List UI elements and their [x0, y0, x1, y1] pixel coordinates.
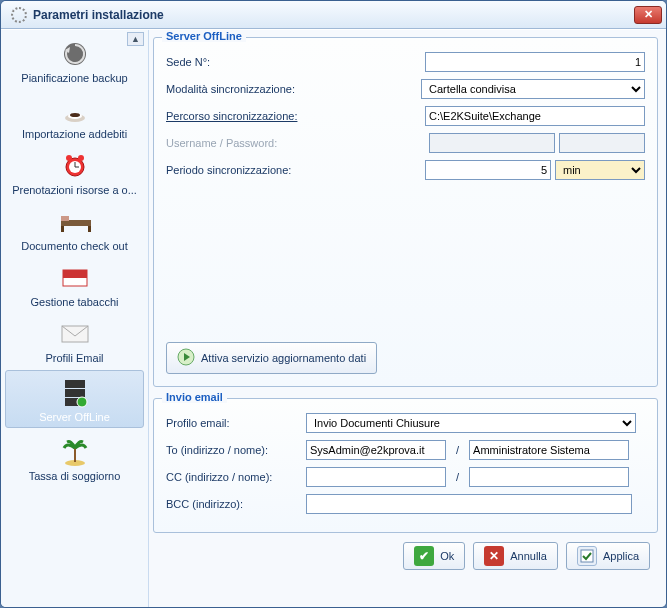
close-icon: ✕ [644, 8, 653, 21]
footer: ✔ Ok ✕ Annulla Applica [153, 536, 658, 576]
titlebar: Parametri installazione ✕ [1, 1, 666, 29]
row-profile: Profilo email: Invio Documenti Chiusure [166, 412, 645, 434]
refresh-icon [59, 38, 91, 70]
cc-address-input[interactable] [306, 467, 446, 487]
sidebar-item-label: Importazione addebiti [3, 128, 146, 140]
row-cred: Username / Password: [166, 132, 645, 154]
svg-rect-12 [61, 216, 69, 221]
label-cred: Username / Password: [166, 137, 326, 149]
row-bcc: BCC (indirizzo): [166, 493, 645, 515]
sidebar-item-label: Profili Email [3, 352, 146, 364]
period-unit-select[interactable]: min [555, 160, 645, 180]
invio-email-group: Invio email Profilo email: Invio Documen… [153, 398, 658, 533]
coffee-icon [59, 94, 91, 126]
bed-icon [59, 206, 91, 238]
activate-service-button[interactable]: Attiva servizio aggiornamento dati [166, 342, 377, 374]
row-mode: Modalità sincronizzazione: Cartella cond… [166, 78, 645, 100]
bcc-input[interactable] [306, 494, 632, 514]
cc-name-input[interactable] [469, 467, 629, 487]
window-title: Parametri installazione [33, 8, 634, 22]
label-cc: CC (indirizzo / nome): [166, 471, 306, 483]
ok-button[interactable]: ✔ Ok [403, 542, 465, 570]
mode-select[interactable]: Cartella condivisa [421, 79, 645, 99]
alarm-icon [59, 150, 91, 182]
to-name-input[interactable] [469, 440, 629, 460]
label-bcc: BCC (indirizzo): [166, 498, 306, 510]
sede-input[interactable] [425, 52, 645, 72]
x-icon: ✕ [484, 546, 504, 566]
username-input [429, 133, 555, 153]
ok-label: Ok [440, 550, 454, 562]
sidebar-item-backup[interactable]: Pianificazione backup [1, 32, 148, 88]
svg-rect-16 [63, 270, 87, 278]
sidebar-item-label: Server OffLine [8, 411, 141, 423]
check-icon: ✔ [414, 546, 434, 566]
row-cc: CC (indirizzo / nome): / [166, 466, 645, 488]
activate-service-label: Attiva servizio aggiornamento dati [201, 352, 366, 364]
body: ▲ Pianificazione backup Importazione add… [1, 29, 666, 607]
svg-rect-18 [65, 380, 85, 388]
sidebar-item-label: Prenotazioni risorse a o... [3, 184, 146, 196]
password-input [559, 133, 645, 153]
palm-icon [59, 436, 91, 468]
sidebar: ▲ Pianificazione backup Importazione add… [1, 30, 149, 607]
svg-rect-19 [65, 389, 85, 397]
sidebar-item-label: Gestione tabacchi [3, 296, 146, 308]
server-offline-group: Server OffLine Sede N°: Modalità sincron… [153, 37, 658, 387]
sidebar-item-label: Tassa di soggiorno [3, 470, 146, 482]
sidebar-item-prenotazioni[interactable]: Prenotazioni risorse a o... [1, 144, 148, 200]
period-value-input[interactable] [425, 160, 551, 180]
sidebar-item-email[interactable]: Profili Email [1, 312, 148, 368]
sidebar-item-checkout[interactable]: Documento check out [1, 200, 148, 256]
row-sede: Sede N°: [166, 51, 645, 73]
profile-select[interactable]: Invio Documenti Chiusure [306, 413, 636, 433]
play-icon [177, 348, 195, 368]
content: Server OffLine Sede N°: Modalità sincron… [149, 30, 666, 607]
group-legend: Invio email [162, 391, 227, 403]
app-icon [11, 7, 27, 23]
sidebar-item-label: Pianificazione backup [3, 72, 146, 84]
cigarette-icon [59, 262, 91, 294]
svg-rect-14 [88, 226, 91, 232]
sidebar-item-tabacchi[interactable]: Gestione tabacchi [1, 256, 148, 312]
row-path: Percorso sincronizzazione: [166, 105, 645, 127]
path-input[interactable] [425, 106, 645, 126]
cancel-button[interactable]: ✕ Annulla [473, 542, 558, 570]
envelope-icon [59, 318, 91, 350]
app-window: Parametri installazione ✕ ▲ Pianificazio… [0, 0, 667, 608]
sidebar-item-label: Documento check out [3, 240, 146, 252]
svg-point-21 [77, 397, 87, 407]
group-legend: Server OffLine [162, 30, 246, 42]
close-button[interactable]: ✕ [634, 6, 662, 24]
sidebar-item-tassa[interactable]: Tassa di soggiorno [1, 430, 148, 486]
sidebar-scroll-up[interactable]: ▲ [127, 32, 144, 46]
apply-icon [577, 546, 597, 566]
svg-point-0 [64, 43, 86, 65]
label-mode: Modalità sincronizzazione: [166, 83, 326, 95]
sidebar-item-server-offline[interactable]: Server OffLine [5, 370, 144, 428]
slash-separator: / [456, 444, 459, 456]
apply-label: Applica [603, 550, 639, 562]
svg-point-4 [70, 113, 80, 117]
svg-point-10 [78, 155, 84, 161]
svg-rect-23 [74, 448, 76, 462]
row-period: Periodo sincronizzazione: min [166, 159, 645, 181]
label-profile: Profilo email: [166, 417, 306, 429]
label-sede: Sede N°: [166, 56, 326, 68]
label-period: Periodo sincronizzazione: [166, 164, 326, 176]
label-path-link[interactable]: Percorso sincronizzazione: [166, 110, 326, 122]
row-to: To (indirizzo / nome): / [166, 439, 645, 461]
apply-button[interactable]: Applica [566, 542, 650, 570]
sidebar-item-addebiti[interactable]: Importazione addebiti [1, 88, 148, 144]
cancel-label: Annulla [510, 550, 547, 562]
server-icon [59, 377, 91, 409]
label-to: To (indirizzo / nome): [166, 444, 306, 456]
svg-point-9 [66, 155, 72, 161]
to-address-input[interactable] [306, 440, 446, 460]
slash-separator: / [456, 471, 459, 483]
svg-rect-13 [61, 226, 64, 232]
svg-rect-26 [581, 550, 593, 562]
